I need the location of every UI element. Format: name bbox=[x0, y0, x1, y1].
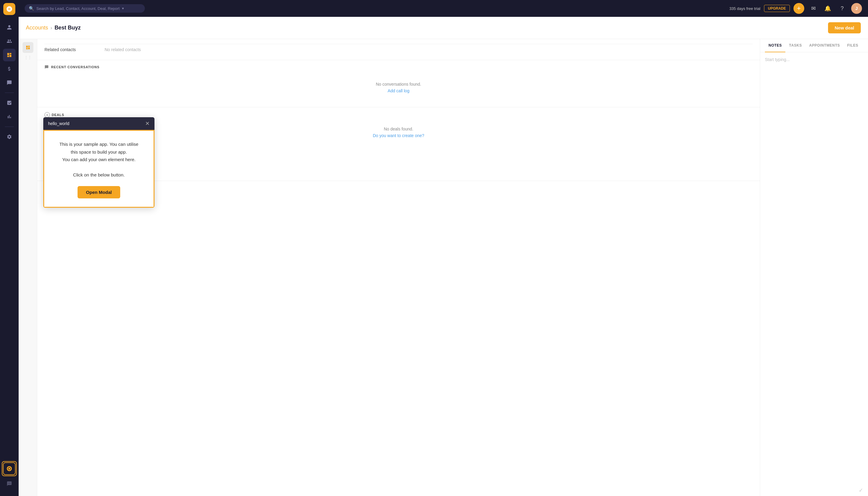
related-contacts-row: Related contacts No related contacts bbox=[45, 44, 753, 55]
modal-line2: this space to build your app. bbox=[71, 150, 127, 155]
related-contacts-label: Related contacts bbox=[45, 47, 105, 52]
trial-text: 335 days free trial bbox=[729, 6, 760, 11]
modal-line5: Click on the below button. bbox=[73, 172, 125, 177]
notes-area[interactable]: Start typing... bbox=[760, 52, 868, 484]
search-dropdown-icon: ▾ bbox=[122, 6, 124, 11]
sidebar-item-app-highlighted-wrapper bbox=[2, 461, 17, 476]
help-icon-button[interactable]: ? bbox=[837, 3, 848, 14]
tab-files[interactable]: FILES bbox=[844, 39, 862, 52]
sidebar-item-contacts[interactable] bbox=[3, 21, 16, 34]
conversations-icon bbox=[45, 65, 49, 69]
modal-body-text: This is your sample app. You can utilise… bbox=[51, 140, 146, 179]
modal-header: hello_world ✕ bbox=[43, 117, 155, 130]
left-panel-drag-handle: ⋮⋮ bbox=[24, 55, 32, 60]
add-button[interactable]: + bbox=[793, 3, 804, 14]
sidebar-divider-1 bbox=[5, 93, 14, 93]
breadcrumb-accounts-link[interactable]: Accounts bbox=[26, 25, 48, 31]
sidebar-item-app[interactable] bbox=[3, 462, 16, 475]
modal-overlay: hello_world ✕ This is your sample app. Y… bbox=[43, 117, 155, 208]
sidebar-item-settings[interactable] bbox=[3, 130, 16, 143]
breadcrumb-current-page: Best Buyz bbox=[54, 25, 81, 31]
open-modal-button[interactable]: Open Modal bbox=[78, 186, 120, 198]
upgrade-button[interactable]: UPGRADE bbox=[764, 5, 790, 12]
modal-line1: This is your sample app. You can utilise bbox=[60, 142, 139, 147]
sidebar-item-dashboard[interactable] bbox=[3, 49, 16, 61]
sidebar-item-chat[interactable] bbox=[3, 477, 16, 490]
sidebar-item-reports[interactable] bbox=[3, 110, 16, 123]
modal-popup: hello_world ✕ This is your sample app. Y… bbox=[43, 117, 155, 208]
sidebar-bottom bbox=[2, 461, 17, 490]
recent-conversations-header: RECENT CONVERSATIONS bbox=[45, 65, 753, 69]
deals-section-header: + DEALS bbox=[37, 107, 760, 118]
search-icon: 🔍 bbox=[29, 6, 34, 11]
modal-title: hello_world bbox=[48, 121, 69, 126]
page-header: Accounts › Best Buyz New deal bbox=[19, 17, 868, 39]
sidebar-item-analytics[interactable] bbox=[3, 96, 16, 109]
content-layout: ⋮⋮ Related contacts No related contacts … bbox=[19, 39, 868, 496]
related-contacts-value: No related contacts bbox=[105, 47, 141, 52]
logo-button[interactable] bbox=[3, 3, 15, 15]
modal-line3: You can add your own element here. bbox=[62, 157, 136, 162]
tab-appointments[interactable]: APPOINTMENTS bbox=[805, 39, 844, 52]
right-panel: NOTES TASKS APPOINTMENTS FILES Start typ… bbox=[760, 39, 868, 496]
sidebar-item-deals[interactable] bbox=[3, 63, 16, 75]
notifications-icon-button[interactable]: 🔔 bbox=[822, 3, 833, 14]
svg-point-0 bbox=[7, 466, 12, 471]
search-text: Search by Lead, Contact, Account, Deal, … bbox=[36, 6, 120, 11]
tab-notes[interactable]: NOTES bbox=[765, 39, 785, 52]
mail-icon-button[interactable]: ✉ bbox=[808, 3, 819, 14]
deals-section-title: DEALS bbox=[52, 113, 64, 117]
sidebar-nav bbox=[3, 21, 16, 461]
page-area: Accounts › Best Buyz New deal ⋮⋮ Related… bbox=[19, 17, 868, 496]
topnav: 🔍 Search by Lead, Contact, Account, Deal… bbox=[19, 0, 868, 17]
related-contacts-section: Related contacts No related contacts bbox=[37, 39, 760, 60]
modal-body: This is your sample app. You can utilise… bbox=[43, 130, 155, 208]
add-call-log-link[interactable]: Add call log bbox=[45, 88, 753, 93]
recent-conversations-section: RECENT CONVERSATIONS No conversations fo… bbox=[37, 60, 760, 107]
tab-tasks[interactable]: TASKS bbox=[785, 39, 805, 52]
notes-check-icon[interactable]: ✓ bbox=[760, 484, 868, 496]
right-panel-tabs: NOTES TASKS APPOINTMENTS FILES bbox=[760, 39, 868, 52]
no-conversations-message: No conversations found. bbox=[376, 82, 421, 87]
search-container[interactable]: 🔍 Search by Lead, Contact, Account, Deal… bbox=[25, 4, 145, 13]
left-panel-overview[interactable] bbox=[22, 42, 33, 53]
sidebar bbox=[0, 0, 19, 496]
main-content: Related contacts No related contacts REC… bbox=[37, 39, 760, 496]
sidebar-item-conversations[interactable] bbox=[3, 76, 16, 89]
notes-placeholder: Start typing... bbox=[765, 57, 790, 62]
no-conversations-text: No conversations found. Add call log bbox=[45, 73, 753, 102]
main-wrapper: 🔍 Search by Lead, Contact, Account, Deal… bbox=[19, 0, 868, 496]
new-deal-button[interactable]: New deal bbox=[828, 22, 861, 33]
sidebar-item-leads[interactable] bbox=[3, 35, 16, 47]
no-deals-message: No deals found. bbox=[384, 127, 413, 131]
breadcrumb-separator: › bbox=[50, 25, 52, 31]
recent-conversations-title: RECENT CONVERSATIONS bbox=[51, 65, 99, 69]
deals-add-icon[interactable]: + bbox=[45, 112, 50, 118]
user-avatar-button[interactable]: J bbox=[851, 3, 862, 14]
modal-close-button[interactable]: ✕ bbox=[145, 121, 150, 126]
left-panel: ⋮⋮ bbox=[19, 39, 37, 496]
